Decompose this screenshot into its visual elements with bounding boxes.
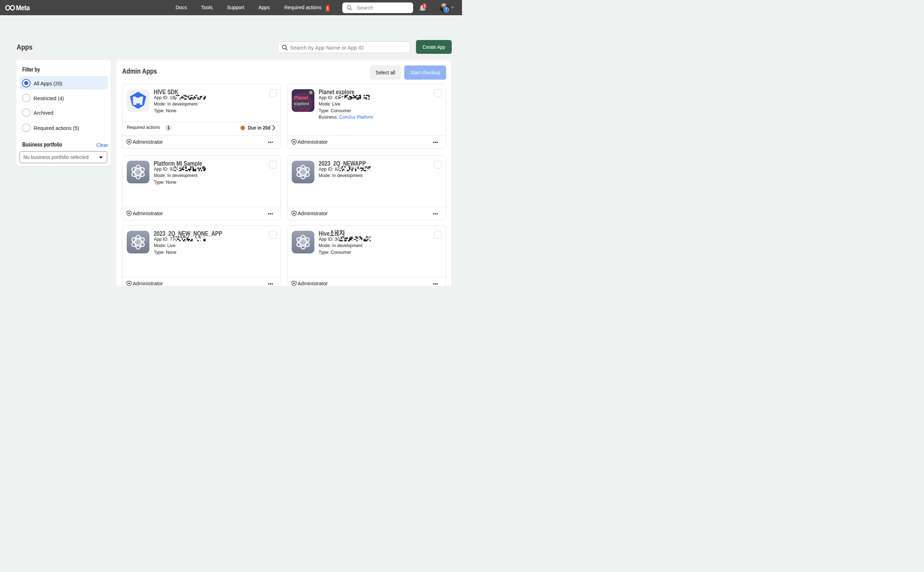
svg-text:Planet: Planet [294, 95, 308, 101]
svg-text:explore: explore [294, 101, 310, 106]
